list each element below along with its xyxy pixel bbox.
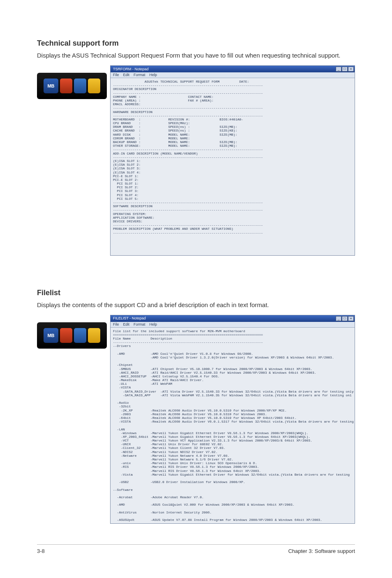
notepad-titlebar-2: FILELIST - Notepad _ □ × [111,315,355,322]
minimize-button[interactable]: _ [336,67,341,72]
notepad-titlebar: TSRFORM - Notepad _ □ × [111,66,355,72]
menu-help[interactable]: Help [150,73,157,77]
notepad-menubar: File Edit Format Help [111,72,355,78]
window-controls-2: _ □ × [336,316,354,321]
page-number: 3-8 [37,548,45,554]
notepad-title-2: FILELIST - Notepad [113,316,146,320]
minimize-button-2[interactable]: _ [336,316,341,321]
logo-chip-blue-2 [74,328,86,343]
support-form-title: Technical support form [37,39,355,48]
chapter-label: Chapter 3: Software support [288,548,355,554]
dvd-logo-2: MB [37,322,107,349]
logo-chip-yellow-2 [88,328,100,343]
notepad-window-filelist: FILELIST - Notepad _ □ × File Edit Forma… [110,315,355,524]
menu-format[interactable]: Format [134,73,145,77]
menu-file-2[interactable]: File [113,322,119,326]
logo-chip-mb-2: MB [44,328,58,343]
support-form-desc: Displays the ASUS Technical Support Requ… [37,51,355,60]
logo-chip-red-2 [60,328,72,343]
menu-edit-2[interactable]: Edit [123,322,130,326]
dvd-logo: MB [37,73,107,99]
logo-chip-mb: MB [44,79,58,93]
page-footer: 3-8 Chapter 3: Software support [37,544,355,554]
menu-format-2[interactable]: Format [134,322,145,326]
notepad-title: TSRFORM - Notepad [113,67,149,71]
notepad-body-filelist: File list for the included support softw… [111,328,355,524]
filelist-desc: Displays the contents of the support CD … [37,301,355,309]
filelist-title: Filelist [37,289,355,297]
notepad-menubar-2: File Edit Format Help [111,322,355,328]
filelist-screenshot-row: MB FILELIST - Notepad _ □ × File Edit Fo… [37,315,355,524]
menu-file[interactable]: File [113,73,119,77]
logo-chip-yellow [88,79,100,93]
logo-chip-blue [74,79,86,93]
notepad-window-tsrform: TSRFORM - Notepad _ □ × File Edit Format… [110,65,355,256]
menu-help-2[interactable]: Help [150,322,157,326]
maximize-button[interactable]: □ [342,67,348,72]
menu-edit[interactable]: Edit [123,73,130,77]
window-controls: _ □ × [336,67,354,72]
close-button[interactable]: × [348,67,354,72]
close-button-2[interactable]: × [348,316,354,321]
support-form-screenshot-row: MB TSRFORM - Notepad _ □ × File Edit For… [37,65,355,256]
notepad-body-tsrform: ASUSTek TECHNICAL SUPPORT REQUEST FORM D… [111,78,355,255]
logo-chip-red [60,79,72,93]
maximize-button-2[interactable]: □ [342,316,348,321]
